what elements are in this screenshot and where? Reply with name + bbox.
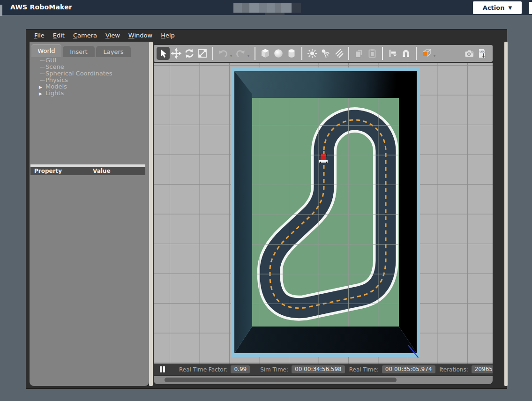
main-pane: ▾ ▾ (154, 42, 493, 386)
track-floor (252, 98, 399, 327)
room-wall-east (399, 71, 417, 353)
app-title: AWS RoboMaker (10, 3, 72, 11)
toolbar-separator (382, 47, 383, 60)
world-panel: World Insert Layers GUI Scene Spherical … (30, 42, 149, 386)
action-button-label: Action (483, 4, 505, 11)
right-edge-splitter[interactable] (504, 42, 508, 386)
spot-light-button[interactable] (319, 47, 332, 60)
paste-button[interactable] (366, 47, 379, 60)
pause-button[interactable] (160, 366, 165, 372)
redo-button[interactable] (234, 47, 247, 60)
toolbar-separator (255, 47, 255, 60)
panel-tabs: World Insert Layers (31, 44, 131, 57)
room-wall-west (234, 71, 252, 353)
magnet-icon (400, 48, 412, 59)
tree-item-models[interactable]: ▶ Models (30, 83, 148, 90)
tree-item-spherical-coordinates[interactable]: Spherical Coordinates (30, 70, 148, 77)
sim-time-value: 00 00:34:56.598 (292, 365, 345, 373)
toolbar-separator (348, 47, 349, 60)
move-icon (171, 48, 182, 59)
menu-help[interactable]: Help (157, 31, 179, 40)
tree-item-physics[interactable]: Physics (30, 77, 148, 83)
undo-button[interactable] (217, 47, 230, 60)
real-time-factor-label: Real Time Factor: (179, 366, 227, 373)
room-wall-south (234, 327, 417, 353)
directional-light-button[interactable] (332, 47, 345, 60)
toolbar-separator (301, 47, 302, 60)
redacted-text-blur-fragment (265, 13, 285, 15)
track-room (231, 67, 420, 357)
scale-icon (197, 48, 208, 59)
action-button[interactable]: Action ▼ (473, 1, 522, 14)
toolbar-separator (212, 47, 213, 60)
translate-tool-button[interactable] (170, 47, 183, 60)
view-cube-icon (420, 47, 433, 59)
undo-icon (217, 48, 229, 59)
copy-button[interactable] (352, 47, 366, 60)
window-edge-fragment (0, 5, 2, 16)
sim-time-label: Sim Time: (260, 366, 288, 373)
insert-sphere-button[interactable] (272, 47, 285, 60)
race-track (252, 98, 399, 327)
undo-history-caret[interactable]: ▾ (230, 54, 232, 58)
column-value: Value (93, 168, 111, 174)
insert-box-button[interactable] (259, 47, 272, 60)
expand-arrow-icon[interactable]: ▶ (39, 90, 42, 97)
rotate-tool-button[interactable] (183, 47, 196, 60)
real-time-label: Real Time: (349, 366, 379, 373)
room-wall-north (234, 71, 417, 98)
screenshot-button[interactable] (463, 47, 476, 60)
select-arrow-icon (157, 48, 169, 59)
world-tree: GUI Scene Spherical Coordinates Physics … (30, 57, 148, 97)
tree-item-scene[interactable]: Scene (30, 64, 148, 70)
menu-camera[interactable]: Camera (69, 31, 101, 40)
tree-item-lights[interactable]: ▶ Lights (30, 90, 148, 97)
log-icon: LOG (477, 48, 488, 59)
menu-view[interactable]: View (101, 31, 124, 40)
redo-history-caret[interactable]: ▾ (247, 54, 249, 58)
chevron-down-icon: ▼ (508, 5, 512, 10)
point-light-button[interactable] (306, 47, 319, 60)
real-time-factor-value: 0.99 (231, 365, 250, 373)
align-button[interactable] (386, 47, 399, 60)
simulation-status-bar: Real Time Factor: 0.99 Sim Time: 00 00:3… (154, 364, 493, 375)
redacted-text-blur (233, 3, 301, 13)
scrollbar-thumb[interactable] (165, 378, 397, 382)
tab-insert[interactable]: Insert (63, 46, 95, 57)
box-icon (260, 48, 271, 59)
expand-arrow-icon[interactable]: ▶ (39, 84, 42, 90)
menu-bar: File Edit Camera View Window Help (26, 30, 507, 41)
tree-item-models-label: Models (45, 83, 67, 90)
tab-world[interactable]: World (31, 44, 61, 57)
button-fragment[interactable] (529, 2, 532, 14)
menu-edit[interactable]: Edit (49, 31, 69, 40)
copy-icon (353, 48, 365, 59)
simulation-viewport[interactable] (154, 63, 493, 364)
redo-icon (235, 48, 246, 59)
svg-text:LOG: LOG (480, 50, 486, 53)
align-icon (387, 48, 398, 59)
tree-item-gui[interactable]: GUI (30, 57, 148, 64)
view-angle-button[interactable] (420, 47, 433, 60)
iterations-label: Iterations: (440, 366, 468, 373)
log-record-button[interactable]: LOG (476, 47, 489, 60)
select-tool-button[interactable] (157, 47, 170, 60)
menu-window[interactable]: Window (124, 31, 157, 40)
paste-icon (367, 48, 378, 59)
aws-top-bar: AWS RoboMaker Action ▼ (0, 0, 532, 15)
snap-button[interactable] (399, 47, 412, 60)
insert-cylinder-button[interactable] (285, 47, 298, 60)
tab-layers[interactable]: Layers (96, 46, 131, 57)
horizontal-scrollbar[interactable] (154, 376, 493, 384)
cylinder-icon (286, 48, 297, 59)
toolbar-separator (416, 47, 417, 60)
view-angle-caret[interactable]: ▾ (434, 54, 435, 58)
directional-light-icon (333, 48, 344, 59)
tree-item-lights-label: Lights (45, 89, 64, 97)
gazebo-window: File Edit Camera View Window Help World … (26, 29, 507, 389)
menu-file[interactable]: File (30, 31, 49, 40)
iterations-value: 20965 (472, 365, 493, 373)
scale-tool-button[interactable] (196, 47, 209, 60)
spot-light-icon (320, 48, 331, 59)
panel-splitter[interactable] (149, 42, 153, 386)
